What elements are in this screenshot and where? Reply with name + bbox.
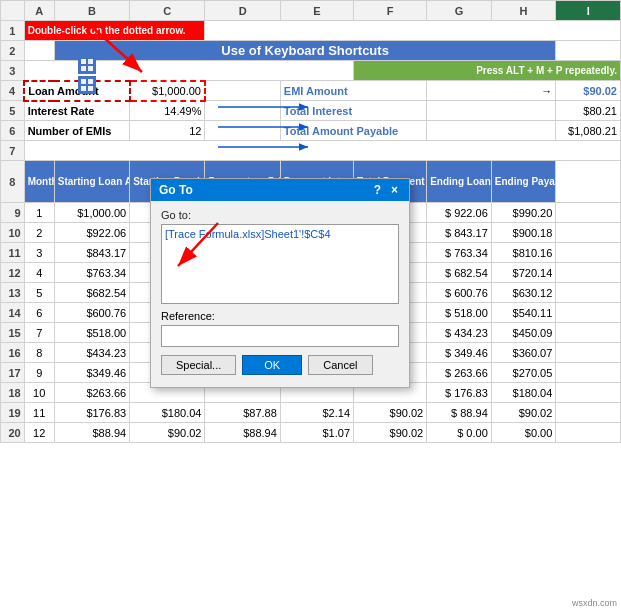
emi-amount-value: $90.02 (556, 81, 621, 101)
interest-rate-label: Interest Rate (24, 101, 129, 121)
goto-textarea[interactable]: [Trace Formula.xlsx]Sheet1'!$C$4 (161, 224, 399, 304)
col-d-header[interactable]: D (205, 1, 280, 21)
col-a-header[interactable]: A (24, 1, 54, 21)
col-c-header[interactable]: C (130, 1, 205, 21)
reference-input[interactable] (161, 325, 399, 347)
col-header-row: A B C D E F G H I (1, 1, 621, 21)
dialog-question[interactable]: ? (371, 183, 384, 197)
row-4: 4 Loan Amount $1,000.00 EMI Amount → $90… (1, 81, 621, 101)
col-ending-loan-header: Ending Loan Amount (427, 161, 492, 203)
table-row: 20 12 $88.94 $90.02 $88.94 $1.07 $90.02 … (1, 423, 621, 443)
formula-ref-text: [Trace Formula.xlsx]Sheet1'!$C$4 (165, 228, 395, 240)
col-h-header[interactable]: H (491, 1, 556, 21)
row-1: 1 Double-click on the dotted arrow. (1, 21, 621, 41)
col-b-header[interactable]: B (54, 1, 129, 21)
dialog-title: Go To (159, 183, 193, 197)
dialog-titlebar-buttons: ? × (371, 183, 401, 197)
dialog-titlebar: Go To ? × (151, 179, 409, 201)
total-payable-label: Total Amount Payable (280, 121, 426, 141)
col-e-header[interactable]: E (280, 1, 353, 21)
row-5-header: 5 (1, 101, 25, 121)
row-2: 2 Use of Keyboard Shortcuts (1, 41, 621, 61)
cancel-button[interactable]: Cancel (308, 355, 372, 375)
col-ending-payable-header: Ending Payable Amount (491, 161, 556, 203)
reference-label: Reference: (161, 310, 399, 322)
watermark: wsxdn.com (572, 598, 617, 608)
row-3: 3 Press ALT + M + P repeatedly. (1, 61, 621, 81)
row-7: 7 (1, 141, 621, 161)
table-row: 19 11 $176.83 $180.04 $87.88 $2.14 $90.0… (1, 403, 621, 423)
col-starting-loan-header: Starting Loan Amount (54, 161, 129, 203)
row-6: 6 Number of EMIs 12 Total Amount Payable… (1, 121, 621, 141)
ok-button[interactable]: OK (242, 355, 302, 375)
num-emis-label: Number of EMIs (24, 121, 129, 141)
col-month-header: Month (24, 161, 54, 203)
col-g-header[interactable]: G (427, 1, 492, 21)
row-1-header: 1 (1, 21, 25, 41)
corner-cell (1, 1, 25, 21)
page-title: Use of Keyboard Shortcuts (54, 41, 556, 61)
row-4-header: 4 (1, 81, 25, 101)
row-3-header: 3 (1, 61, 25, 81)
emi-amount-label: EMI Amount (280, 81, 426, 101)
total-payable-value: $1,080.21 (556, 121, 621, 141)
row-2-header: 2 (1, 41, 25, 61)
interest-rate-value: 14.49% (130, 101, 205, 121)
loan-amount-label: Loan Amount (24, 81, 129, 101)
goto-dialog: Go To ? × Go to: [Trace Formula.xlsx]She… (150, 178, 410, 388)
special-button[interactable]: Special... (161, 355, 236, 375)
total-interest-label: Total Interest (280, 101, 426, 121)
instruction-right: Press ALT + M + P repeatedly. (354, 61, 621, 81)
dialog-buttons: Special... OK Cancel (161, 355, 399, 379)
dialog-body: Go to: [Trace Formula.xlsx]Sheet1'!$C$4 … (151, 201, 409, 387)
spreadsheet: A B C D E F G H I 1 Double-click on the … (0, 0, 621, 612)
loan-amount-value: $1,000.00 (130, 81, 205, 101)
goto-label: Go to: (161, 209, 399, 221)
instruction-top: Double-click on the dotted arrow. (24, 21, 205, 41)
col-i-header[interactable]: I (556, 1, 621, 21)
dialog-close-icon[interactable]: × (388, 183, 401, 197)
row-5: 5 Interest Rate 14.49% Total Interest $8… (1, 101, 621, 121)
total-interest-value: $80.21 (556, 101, 621, 121)
row-6-header: 6 (1, 121, 25, 141)
row-7-header: 7 (1, 141, 25, 161)
num-emis-value: 12 (130, 121, 205, 141)
col-f-header[interactable]: F (354, 1, 427, 21)
row-8-header: 8 (1, 161, 25, 203)
